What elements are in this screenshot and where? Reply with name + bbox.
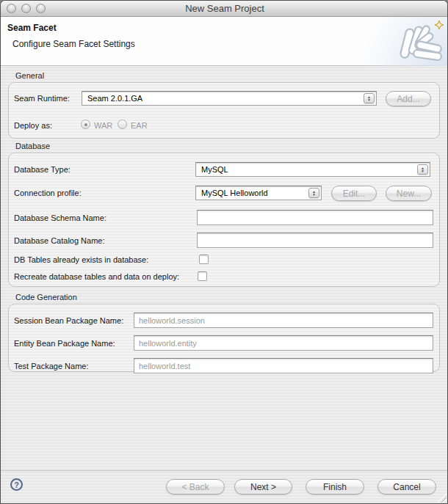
next-button[interactable]: Next > [234, 479, 292, 494]
database-legend: Database [15, 142, 50, 150]
cancel-button[interactable]: Cancel [377, 479, 436, 494]
schema-name-label: Database Schema Name: [14, 213, 106, 222]
wizard-header: Seam Facet Configure Seam Facet Settings [1, 17, 448, 66]
resize-grip-icon[interactable] [437, 493, 447, 503]
ear-radio[interactable] [118, 120, 127, 129]
chevron-up-down-icon[interactable]: ▲▼ [308, 188, 319, 198]
database-type-value: MySQL [201, 165, 228, 174]
add-button[interactable]: Add... [386, 91, 431, 106]
war-radio-label: WAR [94, 121, 112, 130]
database-type-combo[interactable]: MySQL ▲▼ [195, 162, 430, 177]
seam-runtime-label: Seam Runtime: [14, 94, 70, 103]
window-title: New Seam Project [1, 3, 448, 14]
footer-divider [1, 470, 448, 471]
database-type-label: Database Type: [14, 165, 71, 174]
session-package-input[interactable] [134, 313, 433, 328]
test-package-input[interactable] [134, 358, 433, 373]
seam-runtime-combo[interactable]: Seam 2.0.1.GA ▲▼ [82, 91, 377, 106]
codegen-legend: Code Generation [15, 293, 77, 302]
schema-name-input[interactable] [197, 210, 433, 225]
entity-package-label: Entity Bean Package Name: [14, 339, 115, 348]
session-package-label: Session Bean Package Name: [14, 316, 123, 325]
question-icon: ? [14, 481, 19, 489]
page-subtitle: Configure Seam Facet Settings [12, 39, 135, 49]
new-button[interactable]: New... [386, 186, 432, 201]
ear-radio-label: EAR [131, 121, 148, 130]
connection-profile-value: MySQL Helloworld [201, 189, 268, 197]
recreate-tables-checkbox[interactable] [198, 271, 207, 281]
help-button[interactable]: ? [10, 478, 23, 491]
tables-exist-checkbox[interactable] [199, 255, 209, 264]
connection-profile-label: Connection profile: [14, 189, 82, 197]
recreate-tables-label: Recreate database tables and data on dep… [14, 272, 179, 281]
catalog-name-label: Database Catalog Name: [14, 236, 105, 245]
new-seam-project-dialog: New Seam Project Seam Facet Configure Se… [0, 0, 448, 504]
page-title: Seam Facet [7, 23, 57, 33]
connection-profile-combo[interactable]: MySQL Helloworld ▲▼ [195, 186, 322, 200]
back-button[interactable]: < Back [166, 479, 225, 494]
chevron-up-down-icon[interactable]: ▲▼ [417, 164, 428, 175]
tables-exist-label: DB Tables already exists in database: [14, 255, 148, 264]
finish-button[interactable]: Finish [306, 479, 364, 494]
chevron-up-down-icon[interactable]: ▲▼ [364, 93, 375, 103]
general-legend: General [15, 71, 44, 80]
catalog-name-input[interactable] [197, 233, 433, 248]
edit-button[interactable]: Edit... [331, 186, 377, 201]
test-package-label: Test Package Name: [14, 362, 89, 370]
title-bar[interactable]: New Seam Project [1, 1, 448, 17]
war-radio[interactable] [81, 120, 90, 129]
entity-package-input[interactable] [134, 335, 433, 351]
seam-stack-sparkle-icon [399, 18, 444, 67]
seam-runtime-value: Seam 2.0.1.GA [87, 94, 142, 103]
deploy-as-label: Deploy as: [14, 121, 52, 130]
